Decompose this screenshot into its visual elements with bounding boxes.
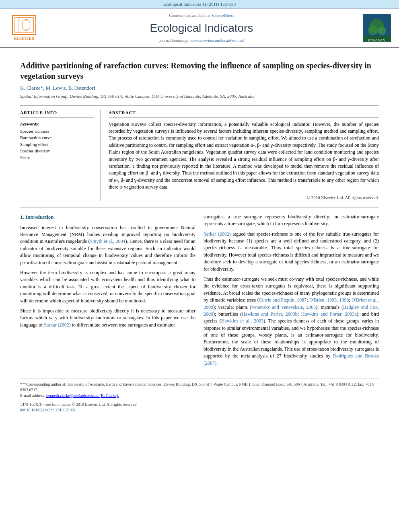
ref-sarkar-2002-1[interactable]: Sarkar (2002) [44,322,70,328]
sciencedirect-link[interactable]: ScienceDirect [211,13,234,18]
body-right-column: surrogates: a true surrogate represents … [204,214,379,370]
body-columns: 1. Introduction Increased interest in bi… [20,214,379,370]
elsevier-logo-box [12,15,36,35]
doi-line: doi:10.1016/j.ecolind.2010.07.002 [20,407,379,413]
banner-text: Ecological Indicators 11 (2011) 132–139 [163,2,236,6]
ref-hawkins-porter-b[interactable]: Hawkins and Porter, 2003b [242,311,298,317]
ref-obrien-1993[interactable]: O'Brien, 1993, 1998 [309,297,349,303]
ref-smyth-2004[interactable]: Smyth et al., 2004 [90,238,125,244]
affiliation: Spatial Information Group, Davies Buildi… [20,93,379,99]
journal-homepage: journal homepage: www.elsevier.com/locat… [40,38,363,43]
keyword-1: Species richness [20,128,94,134]
authors: K. Clarke*, M. Lewis, B. Ostendorf [20,84,379,92]
ref-rodrigues-brooks[interactable]: Rodrigues and Brooks (2007) [204,353,379,366]
svg-point-8 [378,27,386,35]
svg-point-2 [22,19,30,31]
top-banner: Ecological Indicators 11 (2011) 132–139 [0,0,399,9]
journal-header-center: Contents lists available at ScienceDirec… [40,13,363,43]
journal-header: ELSEVIER Contents lists available at Sci… [0,9,399,48]
keyword-4: Species diversity [20,148,94,154]
journal-title: Ecological Indicators [40,20,363,36]
intro-heading: 1. Introduction [20,214,195,221]
footnote-area: * * Corresponding author at: University … [20,378,379,413]
abstract-text: Vegetation surveys collect species-diver… [109,121,379,191]
main-content: Additive partitioning of rarefaction cur… [0,48,399,419]
keyword-3: Sampling effort [20,142,94,148]
body-para-6: Thus the estimator-surrogate we seek mus… [204,276,379,367]
body-para-5: Sarkar (2002) argued that species-richne… [204,231,379,273]
email-line: E-mail address: kenneth.clarke@adelaide.… [20,393,379,398]
article-title: Additive partitioning of rarefaction cur… [20,60,379,81]
copyright-line: © 2010 Elsevier Ltd. All rights reserved… [109,195,379,201]
corresponding-author-footnote: * * Corresponding author at: University … [20,382,379,393]
article-info-panel: ARTICLE INFO Keywords: Species richness … [20,110,101,201]
article-meta-section: ARTICLE INFO Keywords: Species richness … [20,105,379,201]
issn-line: 1470-160X/$ – see front matter © 2010 El… [20,402,379,407]
ref-currie-paquin[interactable]: Currie and Paquin, 1987 [259,297,307,303]
body-para-3: Since it is impossible to measure biodiv… [20,308,195,329]
body-para-2: However the term biodiversity is complex… [20,269,195,304]
journal-cover-image: ECOLOGICAL [363,14,391,42]
body-left-column: 1. Introduction Increased interest in bi… [20,214,195,370]
contents-available-line: Contents lists available at ScienceDirec… [40,13,363,18]
ref-hawkins-2003[interactable]: Hawkins et al., 2003 [221,318,263,324]
homepage-link[interactable]: www.elsevier.com/locate/ecolind [190,38,244,43]
ref-venevsky[interactable]: Venevsky and Venevskaia, 2005 [251,304,316,310]
article-info-heading: ARTICLE INFO [20,110,94,117]
keywords-label: Keywords: [20,121,94,127]
svg-text:ECOLOGICAL: ECOLOGICAL [368,39,386,42]
email-link[interactable]: kenneth.clarke@adelaide.edu.au (K. Clark… [46,393,119,398]
ref-sarkar-2002-2[interactable]: Sarkar (2002) [204,231,231,237]
elsevier-logo: ELSEVIER [8,15,40,41]
body-para-4: surrogates: a true surrogate represents … [204,214,379,228]
keyword-2: Rarefaction curve [20,135,94,141]
body-para-1: Increased interest in biodiversity conse… [20,224,195,266]
section-divider [20,207,379,207]
keyword-5: Scale [20,155,94,161]
ref-hawkins-porter-a[interactable]: Hawkins and Porter, 2003a [301,311,357,317]
abstract-section: ABSTRACT Vegetation surveys collect spec… [109,110,379,201]
elsevier-label: ELSEVIER [14,36,35,41]
svg-point-7 [368,25,378,35]
abstract-heading: ABSTRACT [109,110,379,117]
